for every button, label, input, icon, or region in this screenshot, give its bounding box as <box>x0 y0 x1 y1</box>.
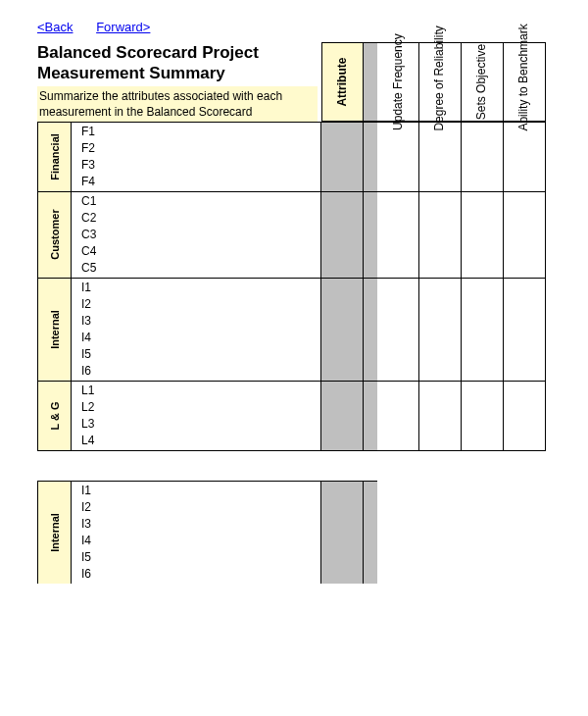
group-label: Internal <box>49 513 61 552</box>
col-sets-objective: Sets Objective <box>462 42 504 122</box>
attribute-cell <box>321 279 364 382</box>
gap-cell <box>364 122 377 192</box>
list-item: C3 <box>81 227 320 243</box>
list-item: I4 <box>81 330 320 346</box>
data-cell <box>462 122 504 192</box>
list-item: I5 <box>81 346 320 363</box>
list-item: C4 <box>81 243 320 260</box>
list-item: F3 <box>81 157 320 174</box>
nav-links: <Back Forward> <box>37 20 576 34</box>
list-item: I3 <box>81 516 320 533</box>
list-item: I2 <box>81 499 320 516</box>
group-internal-2: Internal I1 I2 I3 I4 I5 I6 <box>37 481 576 584</box>
gap-cell <box>364 481 377 584</box>
list-item: I6 <box>81 363 320 380</box>
list-item: I1 <box>81 280 320 296</box>
list-item: C5 <box>81 260 320 277</box>
list-item: I2 <box>81 296 320 313</box>
list-item: L1 <box>81 383 320 399</box>
page-subtitle: Summarize the attributes associated with… <box>37 86 318 122</box>
gap-cell <box>364 382 377 451</box>
data-cell <box>504 382 546 451</box>
data-cell <box>462 192 504 279</box>
data-cell <box>419 122 462 192</box>
gap-cell <box>364 279 377 382</box>
data-cell <box>504 279 546 382</box>
attribute-cell <box>321 122 364 192</box>
group-label: Financial <box>49 133 61 180</box>
nav-forward-link[interactable]: Forward> <box>96 20 150 34</box>
page-title: Balanced Scorecard Project Measurement S… <box>37 42 318 84</box>
list-item: C1 <box>81 193 320 210</box>
list-item: I5 <box>81 549 320 566</box>
group-label: Internal <box>49 310 61 349</box>
list-item: I3 <box>81 313 320 330</box>
list-item: F1 <box>81 124 320 140</box>
attribute-cell <box>321 382 364 451</box>
gap-cell <box>364 192 377 279</box>
list-item: I1 <box>81 483 320 499</box>
list-item: F2 <box>81 140 320 157</box>
group-lg: L & G L1 L2 L3 L4 <box>37 382 576 451</box>
group-internal: Internal I1 I2 I3 I4 I5 I6 <box>37 279 576 382</box>
group-financial: Financial F1 F2 F3 F4 <box>37 122 576 192</box>
items-list: L1 L2 L3 L4 <box>72 382 321 451</box>
header-row: Balanced Scorecard Project Measurement S… <box>37 42 576 122</box>
nav-back-link[interactable]: <Back <box>37 20 74 34</box>
data-cell <box>377 279 419 382</box>
data-cell <box>419 192 462 279</box>
list-item: I4 <box>81 533 320 549</box>
data-cell <box>419 382 462 451</box>
scorecard-table: Financial F1 F2 F3 F4 Customer C1 C2 C3 … <box>37 122 576 451</box>
data-cell <box>462 279 504 382</box>
list-item: F4 <box>81 174 320 190</box>
column-headers: Attribute Update Frequency Degree of Rel… <box>321 42 546 122</box>
attribute-cell <box>321 192 364 279</box>
attribute-cell <box>321 481 364 584</box>
items-list: F1 F2 F3 F4 <box>72 122 321 192</box>
data-cell <box>419 279 462 382</box>
col-update-frequency: Update Frequency <box>377 42 419 122</box>
items-list: C1 C2 C3 C4 C5 <box>72 192 321 279</box>
group-label: Customer <box>49 210 61 260</box>
group-customer: Customer C1 C2 C3 C4 C5 <box>37 192 576 279</box>
list-item: L4 <box>81 433 320 449</box>
items-list: I1 I2 I3 I4 I5 I6 <box>72 279 321 382</box>
col-attribute: Attribute <box>321 42 364 122</box>
col-gap <box>364 42 377 122</box>
items-list: I1 I2 I3 I4 I5 I6 <box>72 481 321 584</box>
data-cell <box>377 382 419 451</box>
col-degree-reliability: Degree of Reliability <box>419 42 462 122</box>
data-cell <box>377 192 419 279</box>
scorecard-table-2: Internal I1 I2 I3 I4 I5 I6 <box>37 481 576 584</box>
group-label: L & G <box>49 399 61 432</box>
data-cell <box>462 382 504 451</box>
list-item: L3 <box>81 416 320 433</box>
list-item: L2 <box>81 399 320 416</box>
data-cell <box>504 192 546 279</box>
data-cell <box>504 122 546 192</box>
data-cell <box>377 122 419 192</box>
list-item: I6 <box>81 566 320 583</box>
col-ability-benchmark: Ability to Benchmark <box>504 42 546 122</box>
list-item: C2 <box>81 210 320 227</box>
